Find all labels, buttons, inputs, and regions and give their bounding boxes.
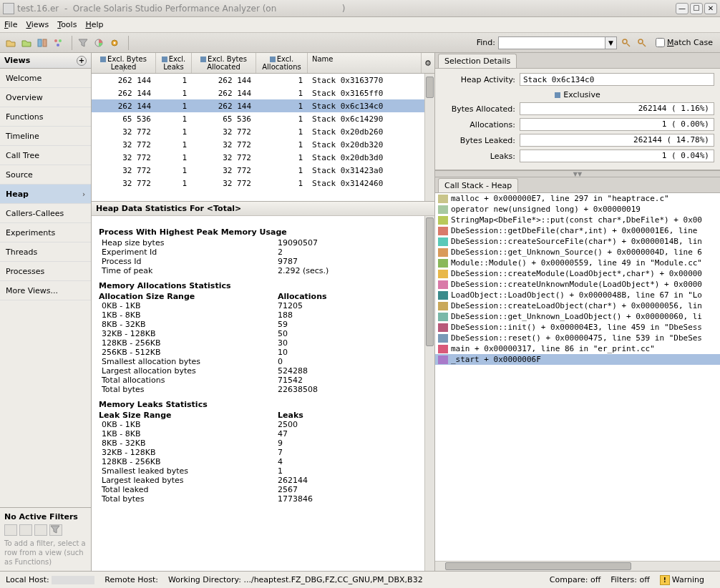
status-working-dir: Working Directory: .../heaptest.FZ_DBG,F… (168, 575, 540, 584)
callstack-row[interactable]: DbeSession::createSourceFile(char*) + 0x… (435, 236, 720, 247)
match-case-checkbox[interactable] (656, 38, 665, 47)
table-row[interactable]: 262 1441262 1441Stack 0x6c134c0 (92, 99, 434, 112)
stat-row: Experiment Id2 (99, 248, 427, 257)
filter-undo-button[interactable] (4, 524, 17, 536)
sidebar-item-experiments[interactable]: Experiments (0, 223, 91, 242)
splitter[interactable]: ▼▼ (435, 170, 720, 177)
svg-line-9 (627, 44, 630, 46)
statusbar: Local Host: Remote Host: Working Directo… (0, 571, 720, 588)
sidebar-item-source[interactable]: Source (0, 165, 91, 185)
warning-icon: ! (660, 575, 670, 585)
menu-help[interactable]: Help (85, 20, 103, 29)
color-icon[interactable] (92, 36, 105, 49)
callstack-row[interactable]: DbeSession::reset() + 0x00000475, line 5… (435, 333, 720, 343)
aggregate-icon[interactable] (52, 36, 64, 49)
callstack-row[interactable]: DbeSession::createLoadObject(char*) + 0x… (435, 300, 720, 311)
stat-row: Total bytes22638508 (99, 385, 427, 394)
table-scrollbar[interactable] (424, 74, 434, 201)
find-input[interactable] (498, 36, 605, 49)
callstack-row[interactable]: _start + 0x0000006F (435, 354, 720, 365)
center-panel: Excl. Bytes Leaked▽ Excl. Leaks Excl. By… (92, 53, 435, 571)
selection-details: Heap Activity: Exclusive Bytes Allocated… (435, 69, 720, 170)
add-view-button[interactable]: + (77, 56, 87, 66)
callstack-row[interactable]: malloc + 0x000000E7, line 297 in "heaptr… (435, 193, 720, 204)
color-swatch (438, 205, 448, 214)
filter-remove-button[interactable] (34, 524, 47, 536)
col-bytes-allocated[interactable]: Excl. Bytes Allocated (192, 53, 256, 73)
menu-tools[interactable]: Tools (57, 20, 77, 29)
sidebar-item-timeline[interactable]: Timeline (0, 127, 91, 146)
exclusive-header: Exclusive (441, 90, 714, 99)
detail-row: Leaks:1 ( 0.04%) (441, 150, 714, 162)
sidebar-item-functions[interactable]: Functions (0, 107, 91, 127)
find-next-icon[interactable] (620, 36, 633, 49)
col-bytes-leaked[interactable]: Excl. Bytes Leaked▽ (92, 53, 156, 73)
stat-row: 0KB - 1KB2500 (99, 420, 427, 429)
filter-redo-button[interactable] (19, 524, 32, 536)
sidebar-item-more-views-[interactable]: More Views... (0, 281, 91, 300)
filter-icon[interactable] (77, 36, 89, 49)
callstack-row[interactable]: DbeSession::createUnknownModule(LoadObje… (435, 279, 720, 290)
maximize-button[interactable]: ☐ (690, 3, 703, 14)
color-swatch (438, 216, 448, 225)
filter-funnel-icon[interactable] (49, 524, 62, 536)
detail-row: Bytes Allocated:262144 ( 1.16%) (441, 102, 714, 115)
settings-icon[interactable] (108, 36, 121, 49)
open-icon[interactable] (4, 36, 17, 49)
color-swatch (438, 259, 448, 268)
status-warning[interactable]: !Warning (660, 575, 704, 585)
table-row[interactable]: 32 772132 7721Stack 0x20db3d0 (92, 151, 434, 164)
color-swatch (438, 248, 448, 257)
stats-scrollbar[interactable] (424, 216, 434, 571)
views-header: Views + (0, 53, 91, 69)
callstack-row[interactable]: operator new(unsigned long) + 0x00000019 (435, 204, 720, 215)
table-row[interactable]: 32 772132 7721Stack 0x20db320 (92, 138, 434, 151)
stat-row: Smallest allocation bytes0 (99, 357, 427, 366)
compare-icon[interactable] (36, 36, 49, 49)
tab-call-stack[interactable]: Call Stack - Heap (438, 178, 518, 192)
col-name[interactable]: Name (308, 53, 422, 73)
color-swatch (438, 323, 448, 332)
callstack-row[interactable]: DbeSession::get_Unknown_Source() + 0x000… (435, 247, 720, 258)
table-row[interactable]: 32 772132 7721Stack 0x20db260 (92, 125, 434, 138)
sidebar-item-threads[interactable]: Threads (0, 242, 91, 262)
find-prev-icon[interactable] (636, 36, 648, 49)
sidebar-item-callers-callees[interactable]: Callers-Callees (0, 204, 91, 223)
table-row[interactable]: 262 1441262 1441Stack 0x3165ff0 (92, 87, 434, 99)
add-experiment-icon[interactable] (20, 36, 33, 49)
table-row[interactable]: 32 772132 7721Stack 0x31423a0 (92, 164, 434, 177)
callstack-row[interactable]: main + 0x00000317, line 86 in "er_print.… (435, 343, 720, 354)
stat-row: Process Id9787 (99, 257, 427, 266)
sidebar-item-processes[interactable]: Processes (0, 262, 91, 281)
menu-file[interactable]: File (4, 20, 17, 29)
callstack-row[interactable]: Module::Module() + 0x00000559, line 49 i… (435, 258, 720, 268)
tab-selection-details[interactable]: Selection Details (438, 54, 517, 68)
status-filters: Filters: off (610, 575, 649, 584)
titlebar: test.16.er - Oracle Solaris Studio Perfo… (0, 0, 720, 17)
find-dropdown[interactable]: ▼ (605, 36, 617, 49)
callstack-row[interactable]: DbeSession::getDbeFile(char*,int) + 0x00… (435, 225, 720, 236)
table-row[interactable]: 262 1441262 1441Stack 0x3163770 (92, 74, 434, 87)
stats-header: Heap Data Statistics For <Total> (92, 202, 434, 216)
heap-table: Excl. Bytes Leaked▽ Excl. Leaks Excl. By… (92, 53, 434, 202)
table-row[interactable]: 65 536165 5361Stack 0x6c14290 (92, 112, 434, 125)
sidebar-item-overview[interactable]: Overview (0, 88, 91, 107)
table-row[interactable]: 32 772132 7721Stack 0x3142460 (92, 177, 434, 190)
callstack-row[interactable]: LoadObject::LoadObject() + 0x0000048B, l… (435, 290, 720, 300)
callstack-hscroll[interactable] (435, 561, 720, 571)
col-leaks[interactable]: Excl. Leaks (156, 53, 192, 73)
stat-row: Heap size bytes19090507 (99, 238, 427, 248)
table-settings-icon[interactable]: ⚙ (422, 53, 434, 73)
callstack-row[interactable]: StringMap<DbeFile*>::put(const char*,Dbe… (435, 215, 720, 225)
sidebar-item-call-tree[interactable]: Call Tree (0, 146, 91, 165)
color-swatch (438, 345, 448, 353)
sidebar-item-welcome[interactable]: Welcome (0, 69, 91, 88)
minimize-button[interactable]: — (676, 3, 689, 14)
callstack-row[interactable]: DbeSession::createModule(LoadObject*,cha… (435, 268, 720, 279)
callstack-row[interactable]: DbeSession::get_Unknown_LoadObject() + 0… (435, 311, 720, 322)
close-button[interactable]: ✕ (704, 3, 717, 14)
menu-views[interactable]: Views (26, 20, 49, 29)
callstack-row[interactable]: DbeSession::init() + 0x000004E3, line 45… (435, 322, 720, 333)
sidebar-item-heap[interactable]: Heap› (0, 185, 91, 204)
col-allocations[interactable]: Excl. Allocations (256, 53, 308, 73)
